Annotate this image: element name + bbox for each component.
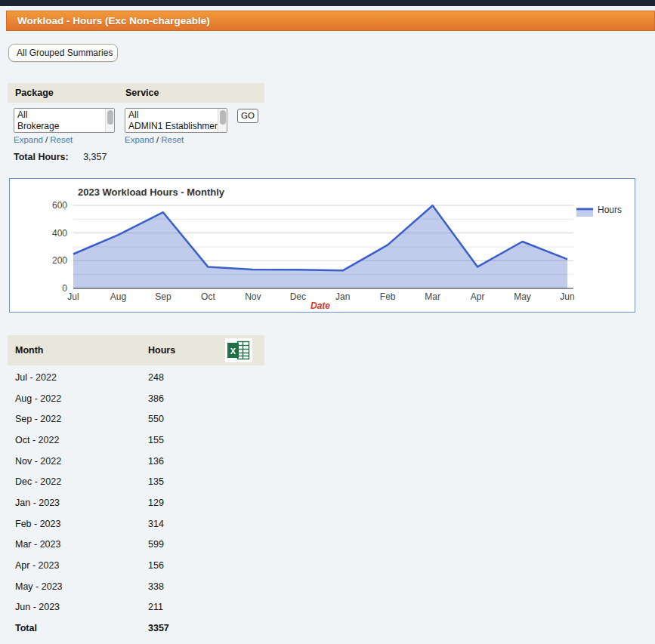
table-row: Mar - 2023599	[8, 535, 264, 556]
svg-text:X: X	[230, 347, 236, 356]
total-hours-summary: Total Hours: 3,357	[14, 152, 107, 162]
month-cell: Jan - 2023	[15, 498, 148, 508]
table-row: Nov - 2022136	[8, 451, 264, 472]
hours-cell: 386	[148, 393, 164, 404]
service-option[interactable]: All	[125, 109, 218, 121]
table-row: Feb - 2023314	[8, 513, 264, 535]
go-button[interactable]: GO	[237, 109, 258, 123]
all-grouped-summaries-button[interactable]: All Grouped Summaries	[8, 44, 118, 62]
svg-text:600: 600	[52, 200, 67, 211]
workload-table-body: Jul - 2022248Aug - 2022386Sep - 2022550O…	[8, 367, 264, 639]
svg-text:Aug: Aug	[110, 291, 126, 302]
hours-cell: 550	[148, 414, 164, 424]
svg-text:Hours: Hours	[598, 205, 622, 215]
window-top-edge	[0, 0, 655, 6]
page-title-bar: Workload - Hours (Exc Non-chargeable)	[6, 11, 655, 31]
excel-export-icon[interactable]: X	[225, 338, 252, 362]
table-row: Jan - 2023129	[8, 492, 264, 513]
month-cell: Jun - 2023	[15, 602, 148, 612]
svg-text:Sep: Sep	[155, 291, 171, 302]
hours-cell: 156	[148, 560, 164, 571]
link-separator: /	[45, 135, 48, 144]
month-cell: Oct - 2022	[15, 435, 148, 445]
link-separator: /	[156, 135, 159, 144]
package-listbox-scrollbar-thumb[interactable]	[107, 110, 113, 125]
month-column-header: Month	[15, 345, 148, 356]
table-row: Oct - 2022155	[8, 430, 264, 451]
table-row: Apr - 2023156	[8, 555, 264, 576]
package-option[interactable]: All	[14, 109, 105, 121]
table-header: Month Hours X	[8, 335, 264, 365]
table-row: Dec - 2022135	[8, 471, 264, 492]
total-hours-value: 3,357	[83, 152, 107, 162]
package-expand-link[interactable]: Expand	[14, 135, 43, 144]
month-cell: Feb - 2023	[15, 519, 148, 529]
filter-section-header: Package Service	[8, 83, 264, 103]
svg-text:400: 400	[52, 228, 67, 239]
workload-chart: 2023 Workload Hours - Monthly0200400600J…	[10, 179, 635, 312]
svg-text:Jun: Jun	[560, 291, 574, 302]
month-cell: Mar - 2023	[15, 539, 148, 550]
table-row: Jul - 2022248	[8, 367, 264, 388]
svg-text:Nov: Nov	[245, 291, 261, 302]
service-reset-link[interactable]: Reset	[161, 135, 184, 144]
hours-cell: 211	[148, 602, 163, 612]
svg-text:Date: Date	[311, 300, 330, 311]
total-value: 3357	[148, 623, 169, 633]
hours-cell: 338	[148, 581, 164, 592]
svg-text:Jul: Jul	[67, 291, 79, 302]
hours-cell: 248	[148, 372, 164, 383]
workload-chart-panel: 2023 Workload Hours - Monthly0200400600J…	[9, 178, 635, 313]
month-cell: Jul - 2022	[15, 372, 148, 383]
month-cell: Sep - 2022	[15, 414, 148, 424]
service-links: Expand/Reset	[125, 135, 184, 144]
table-row: May - 2023338	[8, 576, 264, 597]
month-cell: May - 2023	[15, 581, 148, 592]
service-listbox-scrollbar-thumb[interactable]	[220, 110, 226, 125]
hours-cell: 135	[148, 476, 164, 487]
hours-cell: 314	[148, 519, 164, 529]
svg-text:Feb: Feb	[380, 291, 396, 302]
service-expand-link[interactable]: Expand	[125, 135, 154, 144]
total-hours-label: Total Hours:	[14, 152, 69, 162]
svg-text:200: 200	[52, 255, 67, 266]
service-listbox[interactable]: AllADMIN1 Establishment	[125, 108, 227, 133]
table-row: Jun - 2023211	[8, 597, 264, 618]
service-option[interactable]: ADMIN1 Establishment	[125, 121, 218, 132]
svg-text:May: May	[514, 291, 531, 302]
hours-cell: 129	[148, 498, 164, 508]
table-total-row: Total3357	[8, 618, 264, 639]
table-row: Sep - 2022550	[8, 408, 264, 430]
package-column-label: Package	[15, 88, 125, 98]
svg-text:Apr: Apr	[471, 291, 485, 302]
svg-text:Dec: Dec	[290, 291, 306, 302]
month-cell: Dec - 2022	[15, 476, 148, 487]
svg-text:Mar: Mar	[425, 291, 440, 302]
package-listbox-scrollbar[interactable]	[105, 109, 114, 132]
page-title: Workload - Hours (Exc Non-chargeable)	[7, 15, 210, 26]
total-label: Total	[15, 623, 148, 633]
month-cell: Nov - 2022	[15, 456, 148, 467]
svg-text:Jan: Jan	[335, 291, 350, 302]
svg-text:2023 Workload Hours - Monthly: 2023 Workload Hours - Monthly	[78, 186, 225, 198]
package-reset-link[interactable]: Reset	[50, 135, 73, 144]
month-cell: Apr - 2023	[15, 560, 148, 571]
hours-cell: 599	[148, 539, 164, 550]
package-option[interactable]: Brokerage	[14, 121, 105, 132]
package-listbox[interactable]: AllBrokerage	[14, 108, 115, 133]
table-row: Aug - 2022386	[8, 388, 264, 409]
service-column-label: Service	[125, 88, 159, 98]
hours-cell: 136	[148, 456, 164, 467]
svg-text:0: 0	[62, 283, 67, 294]
hours-column-header: Hours	[148, 345, 175, 356]
package-links: Expand/Reset	[14, 135, 73, 144]
service-listbox-scrollbar[interactable]	[218, 109, 227, 132]
month-cell: Aug - 2022	[15, 393, 148, 404]
svg-text:Oct: Oct	[201, 291, 215, 302]
hours-cell: 155	[148, 435, 164, 445]
